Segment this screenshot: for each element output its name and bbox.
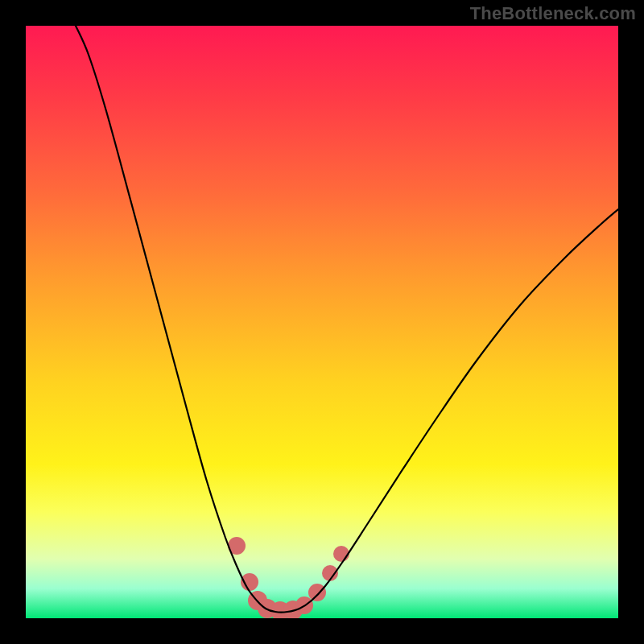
watermark-text: TheBottleneck.com bbox=[470, 3, 636, 24]
bottleneck-curve bbox=[76, 26, 618, 613]
data-marker bbox=[333, 546, 349, 562]
data-marker bbox=[308, 584, 326, 601]
chart-frame bbox=[26, 26, 618, 618]
plot-svg bbox=[26, 26, 618, 618]
